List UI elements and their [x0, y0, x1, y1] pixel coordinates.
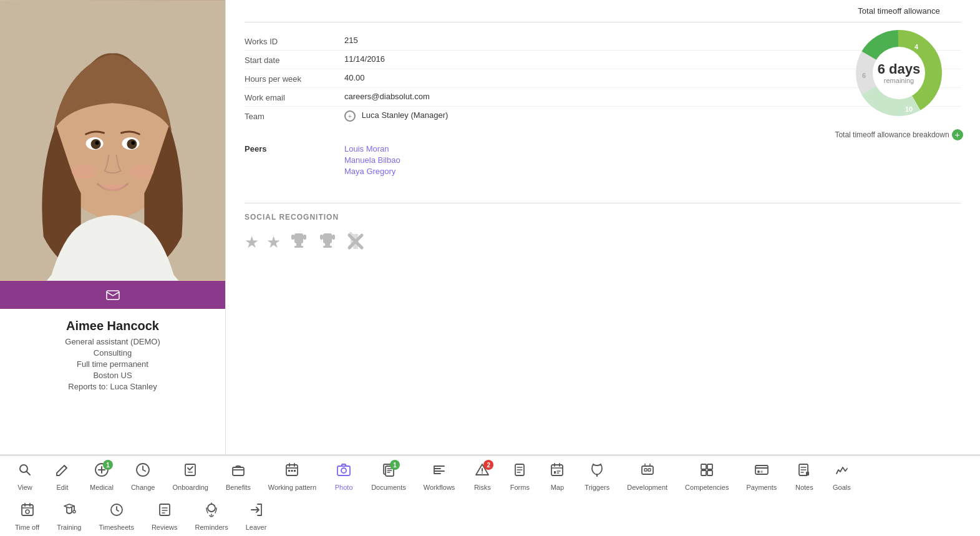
- peer-manuela[interactable]: Manuela Bilbao: [344, 155, 400, 165]
- toolbar-view[interactable]: View: [6, 456, 44, 496]
- avatar-svg: [0, 0, 225, 281]
- hours-label: Hours per week: [245, 73, 344, 84]
- social-divider: [245, 203, 961, 203]
- toolbar-row-2: Time off Training Timeshee: [0, 496, 980, 536]
- toolbar-payments[interactable]: Payments: [737, 456, 785, 496]
- svg-rect-25: [294, 246, 303, 248]
- toolbar-benefits[interactable]: Benefits: [217, 456, 260, 496]
- toolbar-reminders[interactable]: Reminders: [187, 496, 237, 536]
- svg-point-9: [131, 141, 135, 145]
- toolbar-triggers[interactable]: Triggers: [576, 456, 618, 496]
- breakdown-plus-icon[interactable]: +: [952, 129, 963, 140]
- toolbar-leaver[interactable]: Leaver: [237, 496, 276, 536]
- puzzle-icon: [346, 231, 366, 253]
- toolbar-workflows[interactable]: Workflows: [415, 456, 464, 496]
- start-date-value: 11/14/2016: [344, 54, 385, 64]
- breakdown-link[interactable]: Total timeoff allowance breakdown +: [830, 129, 968, 140]
- toolbar-edit[interactable]: Edit: [44, 456, 81, 496]
- toolbar-competencies-label: Competencies: [685, 484, 729, 491]
- toolbar-benefits-label: Benefits: [226, 484, 251, 491]
- toolbar-goals[interactable]: Goals: [823, 456, 860, 496]
- svg-rect-29: [325, 243, 330, 246]
- toolbar-onboarding[interactable]: Onboarding: [163, 456, 217, 496]
- peer-maya[interactable]: Maya Gregory: [344, 167, 400, 176]
- toolbar-training-label: Training: [57, 524, 81, 531]
- toolbar-medical[interactable]: 1 Medical: [81, 456, 122, 496]
- svg-rect-38: [288, 470, 290, 472]
- change-icon: [135, 462, 150, 481]
- email-label: Work email: [245, 92, 344, 102]
- svg-rect-22: [291, 235, 294, 240]
- profile-title: General assistant (DEMO): [65, 337, 160, 346]
- svg-rect-36: [233, 467, 244, 475]
- toolbar-forms[interactable]: Forms: [501, 456, 538, 496]
- toolbar-training[interactable]: Training: [48, 496, 90, 536]
- development-icon: [640, 462, 655, 481]
- svg-point-63: [26, 510, 29, 514]
- competencies-icon: [699, 462, 714, 481]
- peer-louis[interactable]: Louis Moran: [344, 144, 400, 153]
- svg-point-42: [341, 468, 346, 473]
- svg-rect-51: [644, 469, 647, 471]
- map-icon: [550, 462, 565, 481]
- toolbar-reviews[interactable]: Reviews: [143, 496, 187, 536]
- risks-icon: 2: [475, 462, 490, 481]
- toolbar-development-label: Development: [627, 484, 667, 491]
- avatar-container: [0, 0, 225, 281]
- toolbar-view-label: View: [17, 484, 32, 491]
- svg-rect-12: [107, 291, 119, 300]
- toolbar-onboarding-label: Onboarding: [172, 484, 208, 491]
- svg-rect-28: [332, 235, 335, 240]
- toolbar-working-pattern-label: Working pattern: [268, 484, 316, 491]
- trophy-icon-1: [288, 231, 309, 254]
- toolbar-notes-label: Notes: [795, 484, 813, 491]
- toolbar-time-off-label: Time off: [15, 524, 39, 531]
- svg-point-58: [757, 470, 760, 473]
- toolbar-medical-label: Medical: [90, 484, 114, 491]
- profile-employment-type: Full time permanent: [65, 359, 160, 369]
- bottom-toolbar: View Edit 1 Medical: [0, 455, 980, 536]
- toolbar-reminders-label: Reminders: [195, 524, 228, 531]
- documents-icon: 1: [381, 462, 396, 481]
- svg-point-46: [482, 472, 483, 474]
- peers-section: Peers Louis Moran Manuela Bilbao Maya Gr…: [245, 144, 961, 178]
- toolbar-triggers-label: Triggers: [585, 484, 609, 491]
- toolbar-payments-label: Payments: [746, 484, 777, 491]
- team-add-icon[interactable]: [344, 110, 356, 122]
- toolbar-competencies[interactable]: Competencies: [676, 456, 737, 496]
- toolbar-notes[interactable]: Notes: [785, 456, 823, 496]
- goals-icon: [834, 462, 849, 481]
- sidebar: Aimee Hancock General assistant (DEMO) C…: [0, 0, 226, 454]
- toolbar-time-off[interactable]: Time off: [6, 496, 48, 536]
- social-title: SOCIAL RECOGNITION: [245, 213, 961, 222]
- reviews-icon: [157, 502, 172, 521]
- donut-chart: 4 10 6 6 days remaining: [849, 23, 949, 123]
- medical-badge: 1: [103, 460, 113, 470]
- svg-point-11: [129, 164, 153, 179]
- toolbar-map[interactable]: Map: [538, 456, 576, 496]
- toolbar-risks[interactable]: 2 Risks: [463, 456, 501, 496]
- medical-icon: 1: [94, 462, 109, 481]
- svg-rect-40: [294, 470, 296, 472]
- toolbar-risks-label: Risks: [474, 484, 491, 491]
- toolbar-working-pattern[interactable]: Working pattern: [260, 456, 325, 496]
- toolbar-change[interactable]: Change: [122, 456, 164, 496]
- team-value: Luca Stanley (Manager): [344, 110, 448, 122]
- toolbar-timesheets[interactable]: Timesheets: [90, 496, 142, 536]
- training-icon: [62, 502, 77, 521]
- payments-icon: [754, 462, 769, 481]
- svg-rect-23: [303, 235, 306, 240]
- avatar-image: [0, 0, 225, 281]
- svg-rect-21: [294, 233, 303, 243]
- svg-rect-50: [642, 466, 653, 474]
- toolbar-development[interactable]: Development: [618, 456, 676, 496]
- team-manager-link[interactable]: Luca Stanley (Manager): [362, 110, 449, 120]
- svg-text:10: 10: [905, 105, 913, 113]
- toolbar-workflows-label: Workflows: [424, 484, 455, 491]
- toolbar-photo[interactable]: Photo: [325, 456, 362, 496]
- toolbar-documents[interactable]: 1 Documents: [362, 456, 415, 496]
- toolbar-photo-label: Photo: [335, 484, 353, 491]
- toolbar-reviews-label: Reviews: [152, 524, 178, 531]
- works-id-value: 215: [344, 36, 358, 45]
- email-bar[interactable]: [0, 281, 225, 309]
